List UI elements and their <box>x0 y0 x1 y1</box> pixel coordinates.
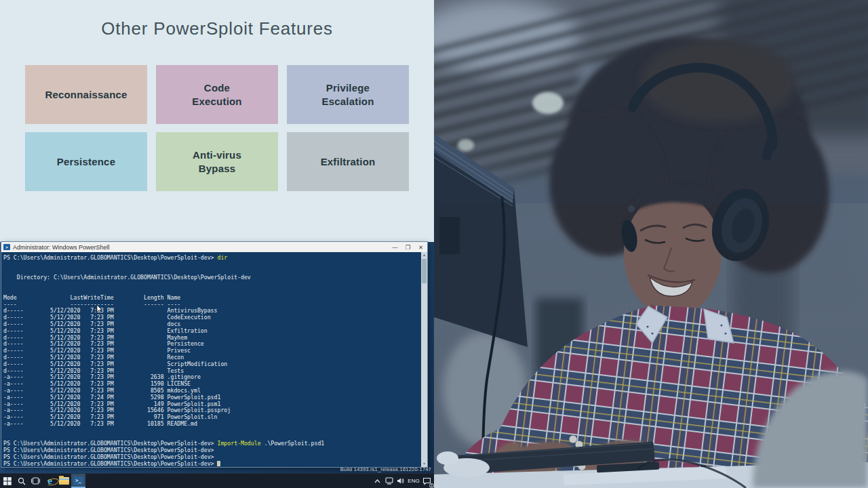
feature-box-exfiltration: Exfiltration <box>287 132 409 191</box>
terminal-scrollbar[interactable]: ▲ ▼ <box>421 252 427 467</box>
close-button[interactable]: ✕ <box>414 242 427 252</box>
powershell-window: > Administrator: Windows PowerShell — ❐ … <box>1 242 427 467</box>
terminal-line: PS C:\Users\Administrator.GLOBOMANTICS\D… <box>3 254 419 261</box>
scroll-up-arrow-icon[interactable]: ▲ <box>421 252 427 258</box>
terminal-line: -a---- 5/12/2020 7:23 PM 8505 mkdocs.yml <box>3 387 419 394</box>
terminal-line: d----- 5/12/2020 7:23 PM Privesc <box>3 347 419 354</box>
search-button[interactable] <box>14 474 28 488</box>
system-tray: ENG 1 <box>372 474 434 488</box>
notification-badge: 1 <box>429 483 434 488</box>
internet-explorer-button[interactable]: e <box>43 474 57 488</box>
terminal-line: PS C:\Users\Administrator.GLOBOMANTICS\D… <box>3 440 419 447</box>
terminal-line: d----- 5/12/2020 7:23 PM Tests <box>3 367 419 374</box>
minimize-button[interactable]: — <box>389 242 401 252</box>
search-icon <box>18 477 26 485</box>
photo-woman-with-headphones <box>434 0 868 488</box>
terminal-line: d----- 5/12/2020 7:23 PM Exfiltration <box>3 327 419 334</box>
file-explorer-icon <box>59 477 69 485</box>
feature-box-privilege-escalation: PrivilegeEscalation <box>287 65 409 124</box>
windows-desktop: > Administrator: Windows PowerShell — ❐ … <box>0 242 434 473</box>
terminal-line: Mode LastWriteTime Length Name <box>3 294 419 301</box>
powershell-taskbar-button[interactable]: >_ <box>71 474 85 488</box>
terminal-line <box>3 268 419 274</box>
internet-explorer-icon: e <box>47 476 52 486</box>
terminal-line: ---- ------------- ------ ---- <box>3 301 419 308</box>
terminal-line: -a---- 5/12/2020 7:23 PM 10185 README.md <box>3 420 419 427</box>
volume-icon[interactable] <box>395 474 406 488</box>
terminal-line: PS C:\Users\Administrator.GLOBOMANTICS\D… <box>3 453 419 460</box>
tray-chevron-up-icon[interactable] <box>372 474 382 488</box>
feature-box-code-execution: CodeExecution <box>156 65 278 124</box>
mouse-pointer-icon <box>96 305 102 314</box>
taskbar: e >_ ENG 1 <box>0 473 434 488</box>
slide-title: Other PowerSploit Features <box>0 18 434 39</box>
file-explorer-button[interactable] <box>57 474 71 488</box>
terminal-line: -a---- 5/12/2020 7:23 PM 149 PowerSploit… <box>3 401 419 407</box>
powershell-icon: >_ <box>73 476 83 485</box>
terminal-line: -a---- 5/12/2020 7:23 PM 2638 .gitignore <box>3 373 419 380</box>
terminal-line: -a---- 5/12/2020 7:23 PM 15646 PowerSplo… <box>3 407 419 413</box>
terminal-line: d----- 5/12/2020 7:23 PM Persistence <box>3 340 419 347</box>
task-view-icon <box>31 477 40 485</box>
presentation-and-demo-pane: Other PowerSploit Features Reconnaissanc… <box>0 0 434 488</box>
terminal-line <box>3 434 419 441</box>
feature-box-reconnaissance: Reconnaissance <box>25 65 147 124</box>
terminal-line <box>3 427 419 434</box>
action-center-button[interactable]: 1 <box>422 474 432 488</box>
language-indicator[interactable]: ENG <box>407 474 420 488</box>
window-titlebar[interactable]: > Administrator: Windows PowerShell — ❐ … <box>1 242 427 252</box>
windows-build-watermark: Build 14393.rs1_release.161220-1747 <box>340 466 431 472</box>
terminal-line: d----- 5/12/2020 7:23 PM docs <box>3 321 419 327</box>
windows-logo-icon <box>3 477 12 485</box>
terminal-line <box>3 287 419 294</box>
terminal-line: -a---- 5/12/2020 7:24 PM 5298 PowerSploi… <box>3 394 419 401</box>
terminal-line: d----- 5/12/2020 7:23 PM Recon <box>3 354 419 361</box>
slide: Other PowerSploit Features Reconnaissanc… <box>0 0 434 242</box>
maximize-button[interactable]: ❐ <box>401 242 414 252</box>
start-button[interactable] <box>0 474 14 488</box>
feature-box-persistence: Persistence <box>25 132 147 191</box>
terminal-line: -a---- 5/12/2020 7:23 PM 971 PowerSploit… <box>3 413 419 420</box>
terminal-line: d----- 5/12/2020 7:23 PM AntivirusBypass <box>3 307 419 314</box>
feature-grid: ReconnaissanceCodeExecutionPrivilegeEsca… <box>25 65 409 191</box>
terminal-line: -a---- 5/12/2020 7:23 PM 1590 LICENSE <box>3 380 419 387</box>
terminal-line <box>3 281 419 287</box>
network-icon[interactable] <box>384 474 394 488</box>
terminal-line: d----- 5/12/2020 7:23 PM CodeExecution <box>3 314 419 321</box>
task-view-button[interactable] <box>28 474 43 488</box>
terminal-line: d----- 5/12/2020 7:23 PM ScriptModificat… <box>3 361 419 367</box>
feature-box-anti-virus-bypass: Anti-virusBypass <box>156 132 278 191</box>
terminal-line: Directory: C:\Users\Administrator.GLOBOM… <box>3 274 419 281</box>
terminal-line <box>3 261 419 268</box>
scrollbar-thumb[interactable] <box>422 259 427 283</box>
terminal-output[interactable]: PS C:\Users\Administrator.GLOBOMANTICS\D… <box>1 252 427 467</box>
powershell-titlebar-icon: > <box>3 244 10 250</box>
terminal-line: d----- 5/12/2020 7:23 PM Mayhem <box>3 334 419 341</box>
terminal-cursor <box>217 461 220 466</box>
terminal-line: PS C:\Users\Administrator.GLOBOMANTICS\D… <box>3 447 419 453</box>
window-title: Administrator: Windows PowerShell <box>13 244 110 251</box>
